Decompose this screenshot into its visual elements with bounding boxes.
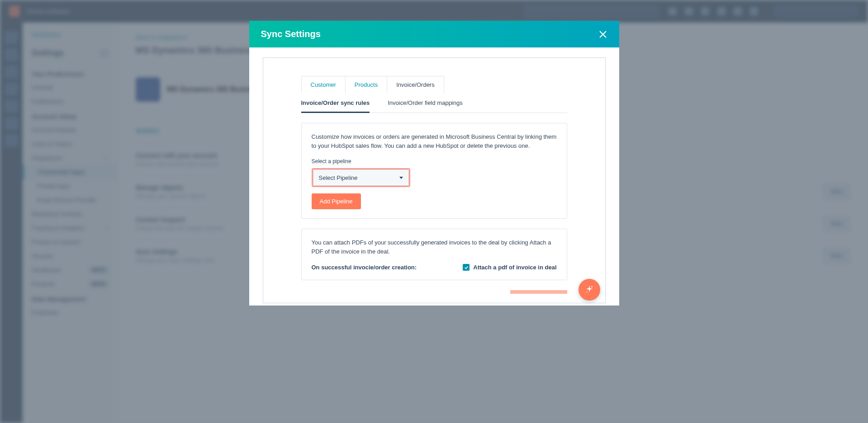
pdf-attach-card: You can attach PDFs of your successfully… [301,229,567,280]
sync-settings-modal: Sync Settings Customer Products Invoice/… [249,21,619,306]
tab-field-mappings[interactable]: Invoice/Order field mappings [388,93,462,113]
success-label: On successful invocie/order creation: [312,264,417,271]
tab-invoice-orders[interactable]: Invoice/Orders [387,76,444,93]
partial-save-button[interactable] [510,290,567,294]
attach-pdf-label: Attach a pdf of invoice in deal [473,264,556,271]
sync-object-tabs: Customer Products Invoice/Orders [301,76,444,93]
select-pipeline-highlight: Select Pipeline [312,168,410,187]
svg-point-1 [586,292,587,293]
sparkle-icon [584,285,594,295]
attach-pdf-checkbox-group[interactable]: Attach a pdf of invoice in deal [463,264,556,271]
tab-products[interactable]: Products [346,76,387,93]
tab-sync-rules[interactable]: Invoice/Order sync rules [301,93,370,113]
sync-sub-tabs: Invoice/Order sync rules Invoice/Order f… [301,93,567,113]
svg-point-0 [591,286,593,287]
modal-title: Sync Settings [261,29,321,39]
chevron-down-icon [399,177,403,179]
help-fab[interactable] [579,279,600,301]
checkbox-checked-icon[interactable] [463,264,470,271]
modal-scroll-frame[interactable]: Customer Products Invoice/Orders Invoice… [263,57,606,303]
modal-body: Customer Products Invoice/Orders Invoice… [249,47,619,316]
pdf-checkbox-row: On successful invocie/order creation: At… [312,264,557,271]
add-pipeline-button[interactable]: Add Pipeline [312,193,361,209]
modal-header: Sync Settings [249,21,619,47]
pipeline-description: Customize how invoices or orders are gen… [312,132,557,150]
close-icon[interactable] [598,30,607,39]
tab-customer[interactable]: Customer [302,76,346,93]
select-pipeline-label: Select a pipeline [312,158,557,164]
select-pipeline-value: Select Pipeline [319,174,358,181]
select-pipeline-dropdown[interactable]: Select Pipeline [313,169,409,186]
pdf-description: You can attach PDFs of your successfully… [312,238,557,256]
pipeline-card: Customize how invoices or orders are gen… [301,123,567,219]
